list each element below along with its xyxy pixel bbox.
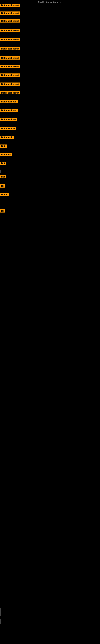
bottleneck-result-badge: Bottleneck result [0,12,20,16]
bottleneck-result-badge: Bo [0,184,5,188]
bottleneck-result-badge: Bot [0,162,6,166]
badge-label: Bo [0,209,5,212]
bottleneck-result-badge: Bottleneck result [0,29,20,33]
badge-label: Bottle [0,193,9,196]
bottleneck-result-badge: Bottleneck result [0,47,20,51]
badge-label: Bottleneck result [0,65,20,68]
badge-label: Bottleneck result [0,4,20,7]
badge-label: Bottleneck result [0,38,20,41]
badge-label: Bottleneck result [0,12,20,15]
badge-label: Bottleneck result [0,29,20,32]
vertical-line [0,170,0,173]
badge-label: Bottlenec [0,153,12,156]
badge-label: Bottleneck result [0,47,20,50]
badge-label: Bottleneck [0,136,14,139]
badge-label: Bottleneck res [0,100,18,103]
bottleneck-result-badge: Bottleneck result [0,38,20,42]
bottleneck-result-badge: Bottleneck result [0,4,20,8]
bottleneck-result-badge: Bottleneck result [0,82,20,86]
badge-label: Bottleneck result [0,74,20,77]
bottleneck-result-badge: Bottleneck result [0,56,20,60]
bottleneck-result-badge: Bottleneck result [0,65,20,69]
badge-label: Bottleneck re [0,127,16,130]
bottleneck-result-badge: Bottlenec [0,153,12,157]
badge-label: Bottleneck res [0,109,18,112]
badge-label: Bot [0,162,6,165]
bottleneck-result-badge: Bottleneck [0,136,14,140]
badge-label: Bottleneck result [0,82,20,86]
bottleneck-result-badge: Bottleneck res [0,100,18,104]
badge-label: Bo [0,184,5,188]
bottleneck-result-badge: Bottleneck result [0,74,20,78]
vertical-line [0,608,0,616]
bottleneck-result-badge: Bo [0,209,5,213]
vertical-line [0,619,0,624]
badge-label: Bottleneck result [0,19,20,22]
bottleneck-result-badge: Bottle [0,193,9,197]
bottleneck-result-badge: Bottleneck result [0,19,20,23]
badge-label: Bott [0,144,7,148]
bottleneck-result-badge: Bottleneck re [0,127,16,131]
bottleneck-result-badge: Bott [0,144,7,148]
badge-label: Bottleneck res [0,118,17,121]
bottleneck-result-badge: Bottleneck result [0,91,20,95]
bottleneck-result-badge: Bottleneck res [0,109,18,113]
bottleneck-result-badge: Bottleneck res [0,118,17,122]
bottleneck-result-badge: Bot [0,175,6,179]
badge-label: Bottleneck result [0,91,20,94]
badge-label: Bot [0,175,6,178]
badge-label: Bottleneck result [0,56,20,60]
